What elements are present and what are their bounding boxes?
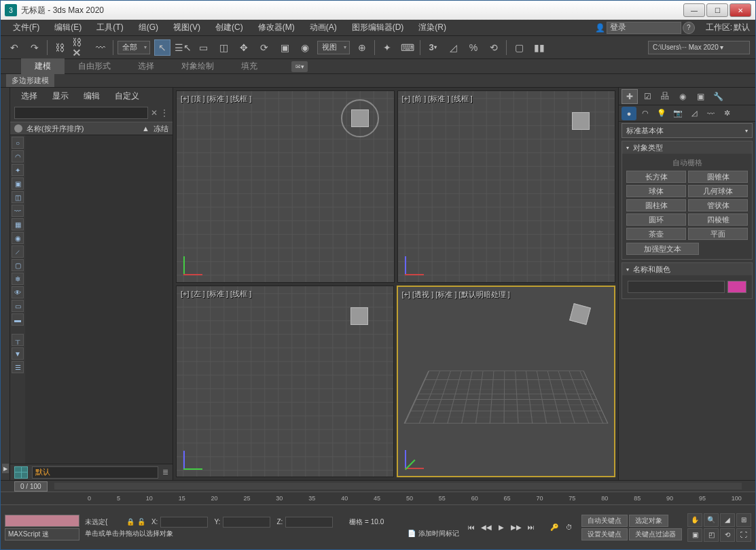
- sub-helpers-icon[interactable]: ◿: [687, 107, 702, 120]
- cmd-modify-icon[interactable]: ☑: [639, 89, 655, 104]
- visibility-icon[interactable]: [14, 124, 22, 133]
- btn-teapot[interactable]: 茶壶: [626, 228, 686, 240]
- close-button[interactable]: ✕: [730, 3, 751, 17]
- add-time-tag[interactable]: 添加时间标记: [418, 529, 459, 538]
- filter-hidden-icon[interactable]: 👁: [12, 286, 24, 298]
- workspace-value[interactable]: 默认: [734, 22, 750, 33]
- viewport-layout-icon[interactable]: [14, 466, 28, 479]
- nav-region-icon[interactable]: ◰: [704, 528, 719, 542]
- nav-fov-icon[interactable]: ◢: [720, 513, 735, 527]
- viewport-front[interactable]: [+] [前 ] [标准 ] [线框 ]: [397, 90, 616, 283]
- named-sel-icon[interactable]: ▢: [511, 39, 527, 56]
- window-crossing-icon[interactable]: ◫: [215, 39, 232, 56]
- set-key-button[interactable]: 设置关键点: [581, 528, 628, 540]
- btn-cylinder[interactable]: 圆柱体: [626, 199, 686, 211]
- timeline-track[interactable]: [54, 483, 742, 489]
- ribbon-tab-modeling[interactable]: 建模: [21, 58, 65, 74]
- filter-frozen-icon[interactable]: ❄: [12, 273, 24, 285]
- btn-plane[interactable]: 平面: [688, 228, 748, 240]
- viewcube-left[interactable]: [339, 293, 380, 334]
- btn-geosphere[interactable]: 几何球体: [688, 185, 748, 197]
- filter-group-icon[interactable]: ▦: [12, 218, 24, 230]
- se-tool2-icon[interactable]: ▼: [12, 347, 24, 360]
- mirror-icon[interactable]: ▮▮: [531, 39, 547, 56]
- freeze-column[interactable]: 冻结: [154, 124, 168, 134]
- menu-render[interactable]: 渲染(R): [412, 20, 453, 35]
- btn-cone[interactable]: 圆锥体: [688, 171, 748, 183]
- se-tab-edit[interactable]: 编辑: [77, 88, 107, 104]
- ribbon-tab-selection[interactable]: 选择: [124, 58, 168, 74]
- cmd-hierarchy-icon[interactable]: 品: [657, 89, 673, 104]
- login-field[interactable]: 登录: [607, 22, 681, 34]
- filter-spacewarp-icon[interactable]: 〰: [12, 205, 24, 217]
- menu-group[interactable]: 组(G): [132, 20, 165, 35]
- filter-xref-icon[interactable]: ◉: [12, 232, 24, 244]
- timeline-pos[interactable]: 0 / 100: [14, 481, 48, 492]
- z-coord[interactable]: [285, 517, 333, 528]
- cmd-display-icon[interactable]: ▣: [692, 89, 708, 104]
- key-mode-icon[interactable]: 🔑: [547, 521, 561, 534]
- maximize-button[interactable]: ☐: [706, 3, 728, 17]
- cmd-motion-icon[interactable]: ◉: [674, 89, 691, 104]
- placement-icon[interactable]: ◉: [297, 39, 313, 56]
- path-field[interactable]: C:\Users\··· Max 2020 ▾: [648, 41, 750, 54]
- se-tab-select[interactable]: 选择: [14, 88, 44, 104]
- object-name-input[interactable]: [628, 281, 725, 293]
- search-input[interactable]: [14, 107, 148, 119]
- minimize-button[interactable]: —: [683, 3, 705, 17]
- nav-zoomext-icon[interactable]: ▣: [687, 528, 702, 542]
- btn-textplus[interactable]: 加强型文本: [626, 243, 699, 255]
- filter-light-icon[interactable]: ✦: [12, 164, 24, 176]
- nav-orbit-icon[interactable]: ⟲: [720, 528, 735, 542]
- undo-icon[interactable]: ↶: [6, 39, 22, 56]
- scene-list[interactable]: [25, 135, 173, 464]
- nav-pan-icon[interactable]: ✋: [687, 513, 702, 527]
- nav-zoom-icon[interactable]: 🔍: [704, 513, 719, 527]
- goto-start-icon[interactable]: ⏮: [465, 521, 478, 534]
- filter-helper-icon[interactable]: ◫: [12, 191, 24, 203]
- selection-filter[interactable]: 全部: [118, 41, 150, 54]
- cmd-utilities-icon[interactable]: 🔧: [710, 89, 726, 104]
- menu-graph[interactable]: 图形编辑器(D): [345, 20, 411, 35]
- maxscript-listener[interactable]: MAXScript 迷: [5, 528, 79, 540]
- y-coord[interactable]: [223, 517, 270, 528]
- pivot-icon[interactable]: ⊕: [354, 39, 370, 56]
- filter-geometry-icon[interactable]: ○: [12, 137, 24, 149]
- viewport-top[interactable]: [+] [顶 ] [标准 ] [线框 ]: [176, 90, 395, 283]
- se-tab-display[interactable]: 显示: [46, 88, 75, 104]
- rollout-header-nc[interactable]: 名称和颜色: [622, 263, 752, 275]
- auto-grid-checkbox[interactable]: 自动栅格: [625, 156, 749, 169]
- key-filters-button[interactable]: 关键点过滤器: [629, 528, 682, 540]
- selected-obj-button[interactable]: 选定对象: [629, 515, 668, 527]
- subribbon-poly[interactable]: 多边形建模: [6, 74, 54, 87]
- filter-container-icon[interactable]: ▢: [12, 259, 24, 271]
- viewport-left[interactable]: [+] [左 ] [标准 ] [线框 ]: [176, 286, 394, 478]
- time-ruler[interactable]: 0510152025303540455055606570758085909510…: [1, 492, 755, 505]
- menu-edit[interactable]: 编辑(E): [48, 20, 88, 35]
- next-frame-icon[interactable]: ▶▶: [509, 521, 523, 534]
- filter-all-icon[interactable]: ▭: [12, 300, 24, 312]
- menu-create[interactable]: 创建(C): [209, 20, 250, 35]
- x-coord[interactable]: [160, 517, 208, 528]
- redo-icon[interactable]: ↷: [26, 39, 43, 56]
- btn-pyramid[interactable]: 四棱锥: [688, 213, 748, 226]
- link-icon[interactable]: ⛓: [52, 39, 68, 56]
- se-tool1-icon[interactable]: ┬: [12, 334, 24, 346]
- isolate-icon[interactable]: 🔒: [126, 518, 134, 526]
- ribbon-tab-freeform[interactable]: 自由形式: [65, 58, 124, 74]
- btn-box[interactable]: 长方体: [626, 171, 686, 183]
- time-config-icon[interactable]: ⏱: [562, 521, 576, 534]
- filter-camera-icon[interactable]: ▣: [12, 177, 24, 190]
- select-icon[interactable]: ↖: [154, 39, 170, 56]
- layers-icon[interactable]: ≣: [162, 468, 168, 477]
- sub-cameras-icon[interactable]: 📷: [670, 107, 685, 120]
- angle-snap-icon[interactable]: ◿: [445, 39, 461, 56]
- snap-icon[interactable]: 3▾: [425, 39, 441, 56]
- prev-frame-icon[interactable]: ◀◀: [480, 521, 493, 534]
- spinner-snap-icon[interactable]: ⟲: [486, 39, 502, 56]
- btn-sphere[interactable]: 球体: [626, 185, 686, 197]
- cmd-create-icon[interactable]: ✚: [622, 89, 638, 104]
- rotate-icon[interactable]: ⟳: [256, 39, 272, 56]
- menu-animation[interactable]: 动画(A): [303, 20, 344, 35]
- nav-maximize-icon[interactable]: ⛶: [736, 528, 751, 542]
